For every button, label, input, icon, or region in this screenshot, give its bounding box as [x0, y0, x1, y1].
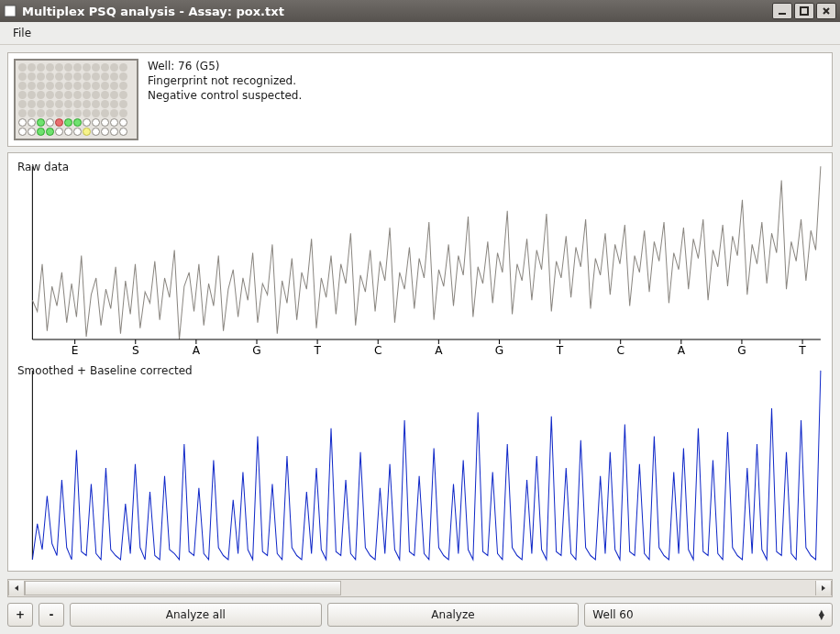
well-cell[interactable]	[73, 128, 82, 136]
horizontal-scrollbar[interactable]	[7, 579, 833, 597]
well-cell[interactable]	[18, 91, 27, 99]
well-cell[interactable]	[64, 128, 72, 136]
close-button[interactable]	[816, 3, 836, 19]
well-cell[interactable]	[64, 63, 72, 72]
well-cell[interactable]	[101, 118, 109, 127]
well-cell[interactable]	[110, 91, 118, 99]
well-cell[interactable]	[83, 72, 91, 81]
well-cell[interactable]	[110, 118, 118, 127]
well-cell[interactable]	[55, 63, 63, 72]
well-cell[interactable]	[119, 72, 127, 81]
maximize-button[interactable]	[794, 3, 814, 19]
well-cell[interactable]	[28, 82, 36, 90]
well-cell[interactable]	[55, 128, 63, 136]
analyze-button[interactable]: Analyze	[327, 603, 580, 627]
well-cell[interactable]	[83, 63, 91, 72]
well-cell[interactable]	[110, 109, 118, 117]
well-cell[interactable]	[28, 63, 36, 72]
well-cell[interactable]	[83, 128, 91, 136]
well-cell[interactable]	[28, 91, 36, 99]
scroll-track[interactable]	[25, 581, 815, 595]
well-cell[interactable]	[55, 109, 63, 117]
well-cell[interactable]	[18, 128, 27, 136]
well-cell[interactable]	[46, 63, 54, 72]
well-cell[interactable]	[55, 118, 63, 127]
well-cell[interactable]	[18, 100, 27, 108]
well-cell[interactable]	[110, 82, 118, 90]
well-cell[interactable]	[64, 72, 72, 81]
well-cell[interactable]	[83, 109, 91, 117]
zoom-out-button[interactable]: -	[39, 603, 64, 627]
well-cell[interactable]	[55, 91, 63, 99]
minimize-button[interactable]	[772, 3, 792, 19]
well-cell[interactable]	[46, 109, 54, 117]
well-cell[interactable]	[119, 100, 127, 108]
well-cell[interactable]	[37, 118, 45, 127]
well-cell[interactable]	[73, 72, 82, 81]
well-cell[interactable]	[46, 118, 54, 127]
well-cell[interactable]	[92, 118, 100, 127]
scroll-thumb[interactable]	[25, 581, 341, 595]
well-cell[interactable]	[92, 82, 100, 90]
well-cell[interactable]	[55, 82, 63, 90]
well-cell[interactable]	[46, 128, 54, 136]
well-cell[interactable]	[73, 109, 82, 117]
well-cell[interactable]	[119, 63, 127, 72]
well-cell[interactable]	[28, 128, 36, 136]
well-cell[interactable]	[73, 91, 82, 99]
well-cell[interactable]	[28, 118, 36, 127]
well-cell[interactable]	[92, 109, 100, 117]
well-cell[interactable]	[64, 91, 72, 99]
well-cell[interactable]	[83, 100, 91, 108]
well-cell[interactable]	[119, 91, 127, 99]
well-cell[interactable]	[92, 63, 100, 72]
well-cell[interactable]	[37, 63, 45, 72]
well-cell[interactable]	[46, 72, 54, 81]
well-cell[interactable]	[110, 63, 118, 72]
well-cell[interactable]	[37, 128, 45, 136]
well-cell[interactable]	[18, 109, 27, 117]
well-cell[interactable]	[101, 82, 109, 90]
well-cell[interactable]	[28, 72, 36, 81]
well-cell[interactable]	[37, 91, 45, 99]
well-cell[interactable]	[110, 128, 118, 136]
well-cell[interactable]	[46, 91, 54, 99]
well-cell[interactable]	[83, 118, 91, 127]
well-cell[interactable]	[64, 100, 72, 108]
well-cell[interactable]	[73, 63, 82, 72]
well-cell[interactable]	[101, 109, 109, 117]
well-cell[interactable]	[64, 118, 72, 127]
well-cell[interactable]	[28, 100, 36, 108]
well-cell[interactable]	[101, 63, 109, 72]
well-cell[interactable]	[119, 82, 127, 90]
well-cell[interactable]	[92, 128, 100, 136]
scroll-right-button[interactable]	[815, 581, 832, 595]
analyze-all-button[interactable]: Analyze all	[70, 603, 322, 627]
zoom-in-button[interactable]: +	[7, 603, 33, 627]
well-cell[interactable]	[18, 118, 27, 127]
well-cell[interactable]	[18, 63, 27, 72]
well-cell[interactable]	[119, 118, 127, 127]
well-cell[interactable]	[64, 82, 72, 90]
well-cell[interactable]	[55, 100, 63, 108]
well-cell[interactable]	[28, 109, 36, 117]
scroll-left-button[interactable]	[8, 581, 25, 595]
well-cell[interactable]	[110, 72, 118, 81]
well-cell[interactable]	[64, 109, 72, 117]
well-cell[interactable]	[37, 72, 45, 81]
well-cell[interactable]	[73, 100, 82, 108]
well-cell[interactable]	[55, 72, 63, 81]
well-cell[interactable]	[101, 128, 109, 136]
well-cell[interactable]	[101, 72, 109, 81]
well-plate[interactable]	[14, 59, 138, 140]
well-cell[interactable]	[37, 109, 45, 117]
well-cell[interactable]	[101, 100, 109, 108]
well-cell[interactable]	[110, 100, 118, 108]
menu-file[interactable]: File	[6, 25, 39, 41]
well-cell[interactable]	[18, 82, 27, 90]
well-cell[interactable]	[92, 100, 100, 108]
well-cell[interactable]	[46, 82, 54, 90]
well-cell[interactable]	[119, 128, 127, 136]
well-cell[interactable]	[73, 118, 82, 127]
well-cell[interactable]	[18, 72, 27, 81]
